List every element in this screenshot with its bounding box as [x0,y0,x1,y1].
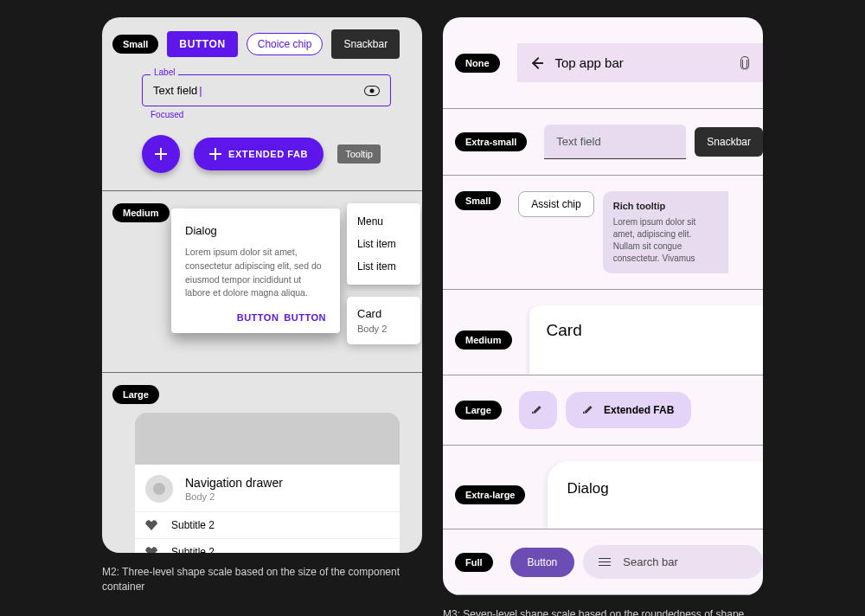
search-bar[interactable]: Search bar [583,545,763,579]
m3-text-field[interactable]: Text field [544,125,686,159]
m3-card-title: Card [547,321,746,340]
menu-icon[interactable] [599,558,611,567]
dialog-body: Lorem ipsum dolor sit amet, consectetur … [185,246,326,300]
attachment-icon[interactable] [740,56,749,70]
tooltip: Tooltip [337,144,381,164]
card[interactable]: Card Body 2 [347,297,420,344]
size-pill-large: Large [455,401,502,420]
plus-icon [209,148,221,160]
m3-full-section: Full Button Search bar [443,529,763,595]
m3-dialog: Dialog [548,461,763,529]
m3-card[interactable]: Card [529,305,763,375]
dialog: Dialog Lorem ipsum dolor sit amet, conse… [171,209,340,333]
menu-item[interactable]: List item [347,233,420,255]
m3-column: None Top app bar Extra-small Text field … [443,17,763,616]
text-field-value: Text field [153,84,197,97]
m3-small-section: Small Assist chip Rich tooltip Lorem ips… [443,176,763,290]
m2-panel: Small BUTTON Choice chip Snackbar Label … [102,17,422,553]
top-app-bar-title: Top app bar [555,55,729,70]
choice-chip[interactable]: Choice chip [247,33,324,55]
menu: Menu List item List item [347,203,420,285]
extended-fab-label: EXTENDED FAB [228,149,308,159]
m3-caption: M3: Seven-level shape scale based on the… [443,607,763,616]
heart-icon [145,547,157,553]
rich-tooltip: Rich tooltip Lorem ipsum dolor sit amet,… [603,191,728,273]
size-pill-medium: Medium [112,203,170,222]
heart-icon [145,520,157,530]
rich-tooltip-title: Rich tooltip [613,200,718,213]
assist-chip[interactable]: Assist chip [518,191,593,217]
m2-large-section: Large Navigation drawer Body 2 Subtitle … [102,373,422,553]
text-field-helper: Focused [151,110,391,119]
text-field-label: Label [151,67,178,77]
m2-column: Small BUTTON Choice chip Snackbar Label … [102,17,422,616]
size-pill-none: None [455,54,500,73]
drawer-subtitle: Body 2 [185,491,283,502]
m3-snackbar: Snackbar [695,127,763,157]
m3-panel: None Top app bar Extra-small Text field … [443,17,763,595]
size-pill-small: Small [455,191,501,210]
m3-large-section: Large Extended FAB [443,375,763,446]
card-body: Body 2 [357,324,410,334]
size-pill-xs: Extra-small [455,132,527,151]
m3-none-section: None Top app bar [443,17,763,109]
m3-dialog-title: Dialog [567,480,744,497]
plus-icon [155,148,167,160]
top-app-bar: Top app bar [517,43,764,82]
search-bar-placeholder: Search bar [623,555,678,568]
visibility-icon[interactable] [364,86,380,96]
pencil-icon [532,404,544,416]
size-pill-small: Small [112,35,158,54]
navigation-drawer: Navigation drawer Body 2 Subtitle 2 Subt… [135,465,400,553]
menu-item[interactable]: List item [347,255,420,278]
pencil-icon [583,404,595,416]
bottom-sheet[interactable] [135,413,400,465]
m2-small-section: Small BUTTON Choice chip Snackbar Label … [102,17,422,191]
size-pill-medium: Medium [455,330,512,350]
avatar-icon [145,475,173,503]
dialog-title: Dialog [185,224,326,237]
size-pill-xl: Extra-large [455,485,525,504]
drawer-title: Navigation drawer [185,476,283,490]
back-arrow-icon[interactable] [531,57,543,69]
menu-item[interactable]: Menu [347,210,420,233]
m2-button[interactable]: BUTTON [167,31,237,57]
dialog-action-button[interactable]: BUTTON [237,312,279,323]
snackbar: Snackbar [331,29,400,59]
extended-fab[interactable]: EXTENDED FAB [194,138,324,170]
m3-fab[interactable] [519,391,557,429]
m2-caption: M2: Three-level shape scale based on the… [102,565,422,595]
size-pill-full: Full [455,553,493,572]
m3-extended-fab[interactable]: Extended FAB [566,392,691,428]
drawer-item[interactable]: Subtitle 2 [135,538,400,553]
rich-tooltip-body: Lorem ipsum dolor sit amet, adipiscing e… [613,216,718,265]
m3-xs-section: Extra-small Text field Snackbar [443,109,763,176]
dialog-action-button[interactable]: BUTTON [284,312,326,323]
size-pill-large: Large [112,385,159,404]
fab[interactable] [142,135,180,173]
m2-medium-section: Medium Dialog Lorem ipsum dolor sit amet… [102,191,422,373]
m3-xl-section: Extra-large Dialog [443,446,763,529]
m3-extended-fab-label: Extended FAB [604,404,674,416]
drawer-item[interactable]: Subtitle 2 [135,511,400,538]
card-title: Card [357,307,410,320]
m3-button[interactable]: Button [510,548,575,577]
text-field[interactable]: Label Text field| Focused [142,74,391,119]
m3-medium-section: Medium Card [443,290,763,375]
